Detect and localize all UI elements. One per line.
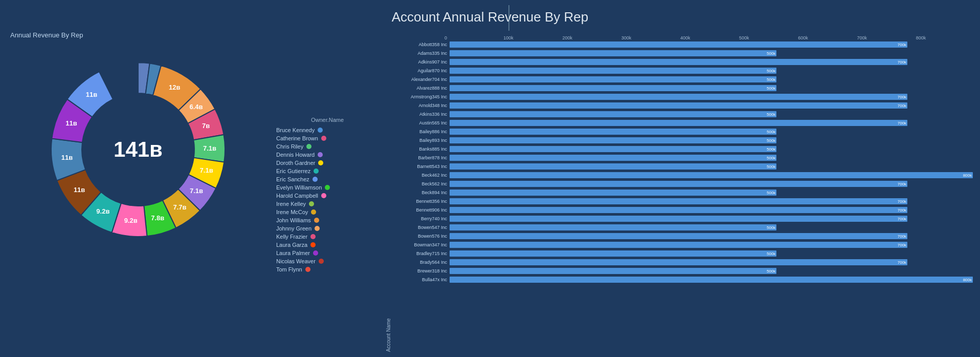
bar-row: Adkins907 Inc700k [393, 58, 973, 66]
legend-item[interactable]: Irene Kelley [276, 201, 378, 207]
x-axis-labels: 0100k200k300k400k500k600k700k800k [444, 35, 975, 40]
legend-dot [311, 209, 316, 215]
bar-value-label: 800k [963, 278, 972, 282]
legend-label: Tom Flynn [276, 266, 302, 272]
bar-row: Aguilar870 Inc500k [393, 67, 973, 75]
legend-item[interactable]: Harold Campbell [276, 193, 378, 199]
bar-track: 700k [450, 41, 973, 48]
legend-item[interactable]: Kelly Frazier [276, 234, 378, 240]
svg-text:7.1в: 7.1в [190, 187, 203, 195]
legend-item[interactable]: Laura Garza [276, 242, 378, 248]
legend-item[interactable]: Eric Gutierrez [276, 168, 378, 174]
bar-value-label: 700k [898, 103, 906, 108]
bar-track: 500k [450, 111, 973, 117]
bar-chart: Account Name 0100k200k300k400k500k600k70… [384, 29, 975, 352]
legend-dot [315, 226, 320, 231]
legend-dot [321, 193, 326, 198]
bar-track: 800k [450, 277, 973, 283]
legend-item[interactable]: Nicolas Weaver [276, 258, 378, 264]
legend-label: Eric Gutierrez [276, 168, 310, 174]
legend-dot [309, 201, 314, 206]
legend-item[interactable]: Chris Riley [276, 143, 378, 150]
bar-account-name: Beck462 Inc [393, 173, 450, 178]
legend-item[interactable]: John Williams [276, 217, 378, 223]
x-tick: 0 [444, 35, 503, 40]
legend-label: Doroth Gardner [276, 160, 315, 166]
legend-label: Irene McCoy [276, 209, 308, 215]
bar-account-name: Austin565 Inc [393, 120, 450, 125]
bar-fill: 700k [450, 242, 907, 248]
legend-item[interactable]: Catherine Brown [276, 135, 378, 141]
bar-fill: 700k [450, 216, 907, 222]
bar-fill: 500k [450, 146, 776, 152]
x-tick: 800k [916, 35, 975, 40]
bar-value-label: 500k [767, 112, 775, 117]
legend-item[interactable]: Bruce Kennedy [276, 127, 378, 133]
legend-item[interactable]: Johnny Green [276, 225, 378, 232]
bar-track: 700k [450, 207, 973, 213]
bar-row: Austin565 Inc700k [393, 119, 973, 127]
main-content: Annual Revenue By Rep 12в6.4в7в7.1в7.1в7… [0, 29, 980, 357]
bar-row: Bowen547 Inc500k [393, 223, 973, 232]
bar-value-label: 500k [767, 51, 775, 56]
legend-label: Eric Sanchez [276, 176, 309, 182]
bar-track: 500k [450, 129, 973, 135]
bar-value-label: 700k [898, 95, 906, 99]
bar-fill: 500k [450, 268, 776, 274]
bar-track: 700k [450, 120, 973, 126]
bar-value-label: 700k [898, 60, 906, 65]
bar-row: Alexander704 Inc500k [393, 75, 973, 83]
bar-row: Atkins336 Inc500k [393, 110, 973, 118]
page-title: Account Annual Revenue By Rep [392, 9, 588, 25]
y-axis-label: Account Name [384, 29, 393, 352]
svg-text:11в: 11в [65, 119, 77, 127]
bar-account-name: Bailey886 Inc [393, 129, 450, 134]
bar-track: 500k [450, 155, 973, 161]
svg-text:7.1в: 7.1в [200, 166, 213, 174]
legend-label: Laura Palmer [276, 250, 310, 256]
bar-value-label: 500k [767, 164, 775, 169]
bar-fill: 500k [450, 111, 776, 117]
legend-item[interactable]: Laura Palmer [276, 250, 378, 256]
bar-account-name: Bowen547 Inc [393, 225, 450, 230]
legend-dot [313, 250, 318, 256]
legend-label: Nicolas Weaver [276, 258, 316, 264]
panel-title: Annual Revenue By Rep [5, 29, 271, 39]
legend-item[interactable]: Dennis Howard [276, 152, 378, 158]
bar-account-name: Adkins907 Inc [393, 59, 450, 65]
legend-label: Johnny Green [276, 225, 311, 232]
svg-text:7.1в: 7.1в [203, 144, 216, 152]
bars-area[interactable]: Abbott358 Inc700kAdams335 Inc500kAdkins9… [393, 40, 975, 352]
legend-dot [314, 169, 319, 174]
right-panel: Account Name 0100k200k300k400k500k600k70… [384, 29, 975, 352]
bar-fill: 700k [450, 181, 907, 187]
bar-row: Brewer318 Inc500k [393, 267, 973, 275]
bar-fill: 700k [450, 207, 907, 213]
bar-track: 500k [450, 85, 973, 91]
bar-fill: 500k [450, 129, 776, 135]
legend-label: Bruce Kennedy [276, 127, 315, 133]
bar-track: 700k [450, 59, 973, 65]
legend-panel: Owner.Name Bruce KennedyCatherine BrownC… [276, 29, 378, 352]
bar-value-label: 500k [767, 69, 775, 73]
bar-account-name: Bowen576 Inc [393, 234, 450, 239]
bar-row: Barnett543 Inc500k [393, 162, 973, 171]
donut-chart: 12в6.4в7в7.1в7.1в7.1в7.7в7.8в9.2в9.2в11в… [31, 42, 246, 257]
bar-fill: 500k [450, 76, 776, 82]
legend-dot [319, 259, 324, 264]
bar-account-name: Adams335 Inc [393, 51, 450, 56]
svg-text:11в: 11в [61, 154, 73, 161]
legend-dot [305, 267, 310, 272]
legend-label: Chris Riley [276, 143, 303, 150]
legend-item[interactable]: Evelyn Williamson [276, 184, 378, 191]
bar-account-name: Banks885 Inc [393, 146, 450, 152]
legend-item[interactable]: Doroth Gardner [276, 160, 378, 166]
legend-dot [325, 185, 330, 190]
bar-account-name: Beck562 Inc [393, 181, 450, 186]
bar-track: 500k [450, 163, 973, 170]
legend-item[interactable]: Eric Sanchez [276, 176, 378, 182]
legend-item[interactable]: Tom Flynn [276, 266, 378, 272]
legend-item[interactable]: Irene McCoy [276, 209, 378, 215]
bar-fill: 500k [450, 68, 776, 74]
bar-account-name: Berry740 Inc [393, 216, 450, 221]
